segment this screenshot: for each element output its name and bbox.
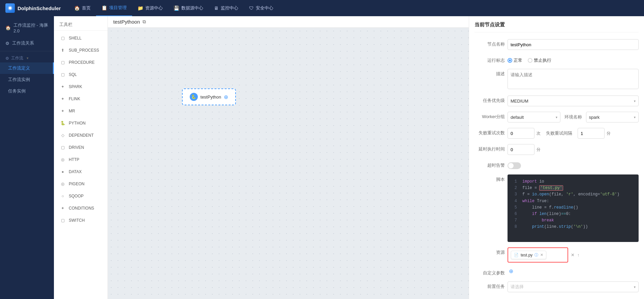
form-row-node-name: 节点名称 xyxy=(474,39,639,50)
app-name: DolphinScheduler xyxy=(18,5,61,11)
run-flag-group: 正常 禁止执行 xyxy=(508,55,639,63)
nav-security[interactable]: 🛡 安全中心 xyxy=(244,0,279,16)
tool-shell[interactable]: ▢ SHELL xyxy=(54,32,108,44)
prev-task-select[interactable]: 请选择 ▾ xyxy=(508,281,639,292)
node-label: testPython xyxy=(201,94,221,100)
nav-monitor[interactable]: 🖥 监控中心 xyxy=(209,0,244,16)
nav-project[interactable]: 📋 项目管理 xyxy=(96,0,132,16)
fail-retry-input[interactable] xyxy=(508,128,534,139)
logo-icon xyxy=(5,3,15,13)
resource-tag-test-py: 📄 test.py ⓘ ✕ xyxy=(511,251,546,259)
radio-disable[interactable]: 禁止执行 xyxy=(528,57,551,63)
form-row-run-flag: 运行标志 正常 禁止执行 xyxy=(474,55,639,63)
form-row-priority: 任务优先级 MEDIUM ▾ xyxy=(474,96,639,106)
security-icon: 🛡 xyxy=(249,5,254,11)
desc-input[interactable] xyxy=(508,69,639,89)
home-icon: 🏠 xyxy=(74,5,80,11)
toolbox: 工具栏 ▢ SHELL ⬆ SUB_PROCESS ▢ PROCEDURE ▢ … xyxy=(54,16,108,299)
sidebar-item-workflow-relation[interactable]: ⚙ 工作流关系 xyxy=(0,37,54,50)
flink-icon: ✦ xyxy=(59,96,66,102)
right-panel: 当前节点设置 节点名称 运行标志 正常 xyxy=(469,16,644,299)
timeout-label: 超时告警 xyxy=(474,160,505,168)
tool-driven[interactable]: ▢ DRIVEN xyxy=(54,141,108,154)
code-line-7: 7 break xyxy=(512,217,635,224)
tool-datax[interactable]: ● DATAX xyxy=(54,166,108,178)
tool-python[interactable]: 🐍 PYTHON xyxy=(54,117,108,129)
priority-select[interactable]: MEDIUM ▾ xyxy=(508,96,639,106)
node-name-value xyxy=(508,39,639,50)
collapse-icon[interactable]: ▾ xyxy=(27,56,29,60)
svg-point-1 xyxy=(9,7,11,9)
resource-add-right-icon: ✕ xyxy=(571,252,575,257)
tool-flink[interactable]: ✦ FLINK xyxy=(54,93,108,105)
form-row-worker-env: Worker分组 default ▾ 环境名称 spark ▾ xyxy=(474,112,639,123)
env-select[interactable]: spark ▾ xyxy=(586,112,639,123)
nav-resource[interactable]: 📁 资源中心 xyxy=(132,0,168,16)
workflow-node-python[interactable]: 🐍 testPython ⊕ xyxy=(182,88,236,105)
sidebar-item-workflow-def[interactable]: 工作流定义 xyxy=(0,62,54,74)
python-icon: 🐍 xyxy=(59,120,66,127)
resource-area-wrapper: 📄 test.py ⓘ ✕ ✕ ↑ xyxy=(508,247,639,263)
env-label: 环境名称 xyxy=(564,114,582,120)
timeout-toggle[interactable] xyxy=(508,162,521,169)
shell-icon: ▢ xyxy=(59,35,66,42)
canvas-body[interactable]: 🐍 testPython ⊕ xyxy=(108,28,469,299)
nav-home[interactable]: 🏠 首页 xyxy=(69,0,96,16)
tool-sqoop[interactable]: ○ SQOOP xyxy=(54,190,108,202)
custom-param-label: 自定义参数 xyxy=(474,268,505,276)
tool-spark[interactable]: ✦ SPARK xyxy=(54,81,108,93)
code-line-4: 4 while True: xyxy=(512,198,635,205)
priority-value: MEDIUM ▾ xyxy=(508,96,639,106)
priority-label: 任务优先级 xyxy=(474,96,505,104)
copy-icon[interactable]: ⧉ xyxy=(143,19,146,25)
run-flag-label: 运行标志 xyxy=(474,55,505,63)
canvas-wrapper: testPythoon ⧉ 🐍 testPython ⊕ xyxy=(108,16,469,299)
custom-param-add-button[interactable]: ⊕ xyxy=(509,268,513,274)
tool-subprocess[interactable]: ⬆ SUB_PROCESS xyxy=(54,44,108,56)
sidebar-item-task-instance[interactable]: 任务实例 xyxy=(0,85,54,97)
tool-conditions[interactable]: ✦ CONDITIONS xyxy=(54,202,108,214)
mr-icon: ✦ xyxy=(59,108,66,114)
delay-input[interactable] xyxy=(508,144,534,155)
node-name-input[interactable] xyxy=(508,39,639,50)
radio-normal-dot xyxy=(508,58,512,63)
tool-procedure[interactable]: ▢ PROCEDURE xyxy=(54,56,108,69)
fail-retry-unit: 次 xyxy=(536,131,541,136)
form-row-prev-task: 前置任务 请选择 ▾ xyxy=(474,281,639,292)
radio-normal[interactable]: 正常 xyxy=(508,57,522,63)
form-row-resource: 资源 📄 test.py ⓘ ✕ ✕ xyxy=(474,247,639,263)
sidebar-item-workflow-instance[interactable]: 工作流实例 xyxy=(0,74,54,85)
timeout-value xyxy=(508,160,639,169)
app-layout: 🏠 工作流监控 - 海豚2.0 ⚙ 工作流关系 ⚙ 工作流 ▾ 工作流定义 工作… xyxy=(0,16,644,299)
tool-switch[interactable]: ▢ SWITCH xyxy=(54,214,108,226)
sqoop-icon: ○ xyxy=(59,193,66,199)
tool-http[interactable]: ◎ HTTP xyxy=(54,154,108,166)
top-nav: DolphinScheduler 🏠 首页 📋 项目管理 📁 资源中心 💾 数据… xyxy=(0,0,644,16)
form-row-desc: 描述 xyxy=(474,69,639,90)
node-name-label: 节点名称 xyxy=(474,39,505,47)
nav-datasource[interactable]: 💾 数据源中心 xyxy=(168,0,209,16)
tool-pigeon[interactable]: ◎ PIGEON xyxy=(54,178,108,190)
panel-title: 当前节点设置 xyxy=(474,22,639,32)
monitor-icon: 🖥 xyxy=(214,5,219,11)
fail-retry-interval-unit: 分 xyxy=(607,131,611,136)
code-line-8: 8 print(line.strip('\n')) xyxy=(512,224,635,230)
project-icon: 📋 xyxy=(101,5,107,10)
sidebar-item-workflow-monitor[interactable]: 🏠 工作流监控 - 海豚2.0 xyxy=(0,19,54,37)
prev-task-arrow-icon: ▾ xyxy=(634,285,636,289)
resource-label: 资源 xyxy=(474,247,505,255)
node-add-icon[interactable]: ⊕ xyxy=(224,94,228,100)
sidebar: 🏠 工作流监控 - 海豚2.0 ⚙ 工作流关系 ⚙ 工作流 ▾ 工作流定义 工作… xyxy=(0,16,54,299)
home-sidebar-icon: 🏠 xyxy=(5,25,11,30)
pigeon-icon: ◎ xyxy=(59,181,66,187)
fail-retry-interval-input[interactable] xyxy=(578,128,605,139)
procedure-icon: ▢ xyxy=(59,59,66,66)
resource-remove-button[interactable]: ✕ xyxy=(540,253,543,257)
code-editor[interactable]: 1 import io 2 file = 'test.py' 3 xyxy=(508,174,639,242)
tool-sql[interactable]: ▢ SQL xyxy=(54,69,108,81)
worker-select[interactable]: default ▾ xyxy=(508,112,560,123)
tool-dependent[interactable]: ◇ DEPENDENT xyxy=(54,129,108,141)
toolbox-title: 工具栏 xyxy=(54,19,108,31)
subprocess-icon: ⬆ xyxy=(59,47,66,54)
tool-mr[interactable]: ✦ MR xyxy=(54,105,108,117)
